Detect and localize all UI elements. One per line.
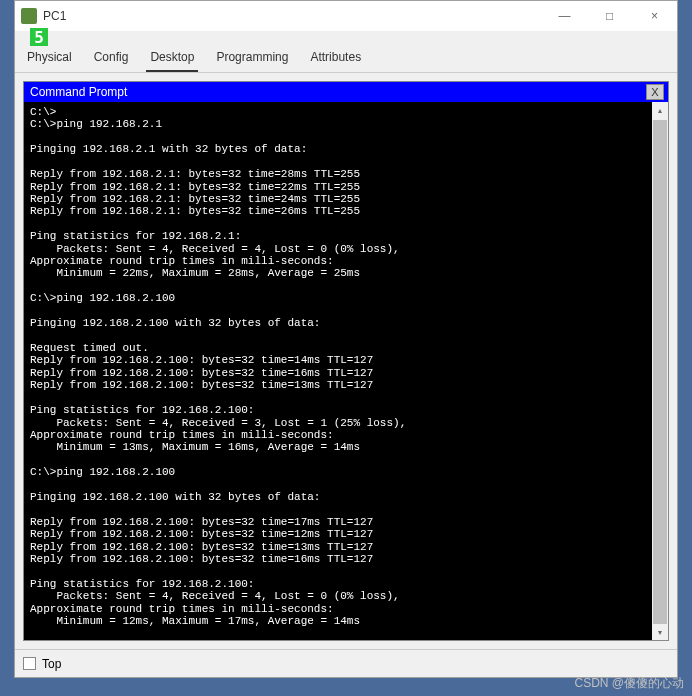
tab-physical[interactable]: Physical [23,46,76,72]
tab-desktop[interactable]: Desktop [146,46,198,72]
app-window: PC1 — □ × Physical Config Desktop Progra… [14,0,678,678]
terminal-output[interactable]: C:\> C:\>ping 192.168.2.1 Pinging 192.16… [24,102,668,640]
footer: Top [15,649,677,677]
scroll-down-button[interactable]: ▾ [652,624,668,640]
top-checkbox[interactable] [23,657,36,670]
command-prompt-title: Command Prompt [30,85,127,99]
close-button[interactable]: × [632,1,677,31]
tab-attributes[interactable]: Attributes [306,46,365,72]
minimize-button[interactable]: — [542,1,587,31]
top-label: Top [42,657,61,671]
window-controls: — □ × [542,1,677,31]
scroll-thumb[interactable] [653,120,667,640]
overlay-badge [30,28,48,46]
scroll-up-button[interactable]: ▴ [652,102,668,118]
watermark: CSDN @傻傻的心动 [574,675,684,692]
command-prompt-header[interactable]: Command Prompt X [24,82,668,102]
app-icon [21,8,37,24]
tab-programming[interactable]: Programming [212,46,292,72]
maximize-button[interactable]: □ [587,1,632,31]
title-left: PC1 [21,8,66,24]
terminal-wrap: C:\> C:\>ping 192.168.2.1 Pinging 192.16… [24,102,668,640]
scrollbar[interactable]: ▴ ▾ [652,102,668,640]
content-area: Command Prompt X C:\> C:\>ping 192.168.2… [15,73,677,649]
command-prompt-close-button[interactable]: X [646,84,664,100]
tabs-bar: Physical Config Desktop Programming Attr… [15,31,677,73]
window-title: PC1 [43,9,66,23]
command-prompt-window: Command Prompt X C:\> C:\>ping 192.168.2… [23,81,669,641]
tab-config[interactable]: Config [90,46,133,72]
titlebar[interactable]: PC1 — □ × [15,1,677,31]
